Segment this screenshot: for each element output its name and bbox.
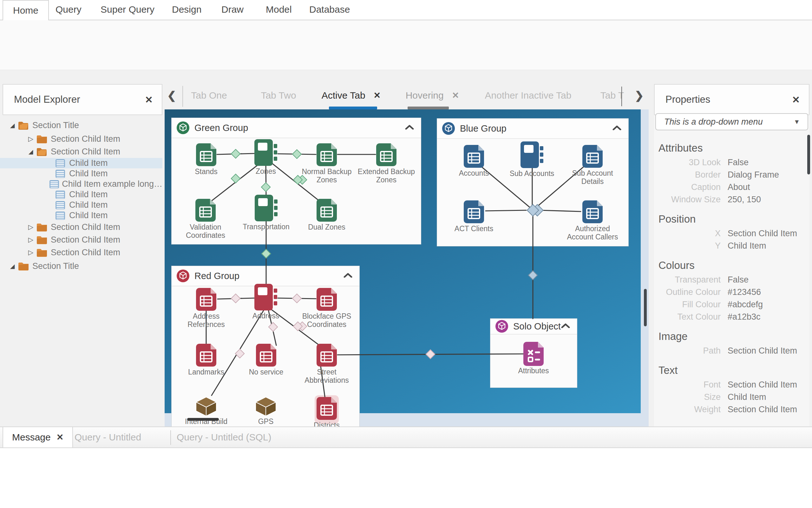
property-label: Size [654, 392, 721, 402]
tab-scroll-left-icon[interactable]: ❮ [167, 89, 176, 102]
node-act-clients[interactable] [464, 200, 484, 223]
collapse-chevron-icon[interactable] [612, 126, 621, 132]
property-value[interactable]: #a12b3c [728, 312, 761, 322]
property-value[interactable]: Section Child Item [728, 346, 797, 356]
tree-item-section-child-item[interactable]: ◢Section Child Item [0, 145, 162, 158]
menu-item-design[interactable]: Design [172, 0, 201, 19]
node-districts[interactable] [317, 397, 337, 420]
tab-tab-one[interactable]: Tab One [191, 84, 227, 107]
menu-item-home[interactable]: Home [3, 0, 49, 20]
tree-item-section-title[interactable]: ◢Section Title [0, 118, 162, 133]
collapse-chevron-icon[interactable] [561, 324, 570, 330]
property-value[interactable]: #abcdefg [728, 300, 763, 309]
node-label-normal-backup-zones: Normal Backup Zones [297, 167, 356, 184]
tree-item-section-child-item[interactable]: ▷Section Child Item [0, 246, 162, 259]
tab-close-icon[interactable]: ✕ [374, 90, 381, 100]
property-value[interactable]: 250, 150 [728, 195, 761, 205]
tree-item-child-item[interactable]: Child Item [0, 158, 162, 168]
property-value[interactable]: Child Item [728, 392, 766, 402]
node-label-zones: Zones [237, 167, 295, 175]
canvas-scrollbar[interactable] [644, 289, 647, 326]
status-area [0, 448, 812, 508]
node-internal-build[interactable] [195, 396, 217, 417]
node-extended-backup-zones[interactable] [376, 143, 397, 166]
tree-expand-icon[interactable]: ◢ [8, 122, 17, 129]
node-blockface-gps-coordinates[interactable] [317, 288, 337, 311]
tree-item-section-child-item[interactable]: ▷Section Child Item [0, 234, 162, 246]
model-explorer-close-icon[interactable]: ✕ [145, 94, 153, 105]
tree-item-child-item-example-long[interactable]: Child Item example long… [0, 179, 162, 189]
property-label: Border [654, 170, 721, 180]
tree-collapse-icon[interactable]: ▷ [26, 249, 36, 256]
tree-item-child-item[interactable]: Child Item [0, 189, 162, 200]
tree-item-section-child-item[interactable]: ▷Section Child Item [0, 221, 162, 234]
tree-item-section-child-item[interactable]: ▷Section Child Item [0, 133, 162, 145]
property-value[interactable]: False [728, 158, 748, 167]
node-transportation[interactable] [255, 195, 278, 221]
property-value[interactable]: #123456 [728, 287, 761, 297]
node-landmarks[interactable] [196, 344, 216, 367]
node-authorized-account-callers[interactable] [582, 200, 603, 223]
collapse-chevron-icon[interactable] [405, 125, 414, 131]
folder-icon [17, 262, 30, 270]
properties-dropdown[interactable]: This is a drop-down menu ▼ [655, 113, 808, 130]
tree-item-section-title[interactable]: ◢Section Title [0, 259, 162, 273]
tab-scroll-right-icon[interactable]: ❯ [635, 89, 644, 102]
bottom-tab-message[interactable]: Message✕ [3, 427, 73, 448]
node-no-service[interactable] [256, 344, 276, 367]
tree-item-label: Section Child Item [51, 248, 120, 257]
doc-icon [256, 344, 276, 367]
menu-item-draw[interactable]: Draw [221, 0, 244, 19]
tab-hovering[interactable]: Hovering✕ [406, 84, 459, 107]
tree-item-child-item[interactable]: Child Item [0, 168, 162, 179]
tab-tab-t[interactable]: Tab T [601, 84, 624, 107]
property-value[interactable]: Section Child Item [728, 405, 797, 415]
tree-collapse-icon[interactable]: ▷ [26, 236, 36, 244]
node-address-references[interactable] [196, 288, 216, 311]
property-value[interactable]: Section Child Item [728, 228, 797, 239]
menu-item-query[interactable]: Query [55, 0, 82, 19]
node-validation-coordinates[interactable] [195, 199, 216, 222]
node-accounts[interactable] [464, 145, 484, 168]
node-normal-backup-zones[interactable] [317, 143, 337, 166]
menu-item-model[interactable]: Model [266, 0, 292, 19]
tab-active-tab[interactable]: Active Tab✕ [322, 84, 380, 107]
property-value[interactable]: Child Item [728, 241, 766, 251]
tree-collapse-icon[interactable]: ▷ [26, 135, 36, 143]
collapse-chevron-icon[interactable] [343, 273, 353, 279]
node-address[interactable] [254, 284, 277, 310]
tree-item-child-item[interactable]: Child Item [0, 200, 162, 210]
tab-close-icon[interactable]: ✕ [452, 90, 459, 100]
menu-item-database[interactable]: Database [309, 0, 350, 19]
tab-another-inactive-tab[interactable]: Another Inactive Tab [485, 84, 572, 107]
node-sub-accounts[interactable] [521, 141, 543, 168]
tree-collapse-icon[interactable]: ▷ [26, 223, 36, 231]
property-label: 3D Look [654, 158, 721, 167]
tree-expand-icon[interactable]: ◢ [8, 262, 17, 270]
tab-label: Hovering [406, 90, 444, 101]
node-gps[interactable] [255, 396, 277, 417]
properties-scrollbar[interactable] [807, 135, 810, 174]
node-street-abbreviations[interactable] [317, 344, 337, 367]
diagram-canvas[interactable]: Green GroupBlue GroupRed GroupSolo Objec… [165, 110, 649, 426]
tree-item-child-item[interactable]: Child Item [0, 210, 162, 221]
property-value[interactable]: False [728, 275, 748, 285]
package-icon [177, 121, 189, 134]
menu-item-super-query[interactable]: Super Query [100, 0, 155, 19]
folder-icon [36, 135, 48, 143]
bottom-tab-close-icon[interactable]: ✕ [56, 432, 64, 442]
node-sub-account-details[interactable] [582, 145, 603, 168]
property-value[interactable]: Section Child Item [728, 380, 797, 390]
node-dual-zones[interactable] [317, 199, 337, 222]
property-value[interactable]: About [728, 182, 750, 192]
node-label-districts: Districts [297, 421, 356, 426]
node-stands[interactable] [196, 143, 216, 166]
property-value[interactable]: Dialog Frame [728, 170, 779, 180]
tab-tab-two[interactable]: Tab Two [261, 84, 296, 107]
bottom-tab-query-untitled[interactable]: Query - Untitled [75, 427, 141, 448]
properties-close-icon[interactable]: ✕ [792, 94, 800, 105]
tree-expand-icon[interactable]: ◢ [26, 148, 36, 155]
bottom-tab-query-untitled-sql[interactable]: Query - Untitled (SQL) [177, 427, 271, 448]
node-attributes[interactable] [523, 342, 544, 366]
node-zones[interactable] [254, 139, 277, 166]
